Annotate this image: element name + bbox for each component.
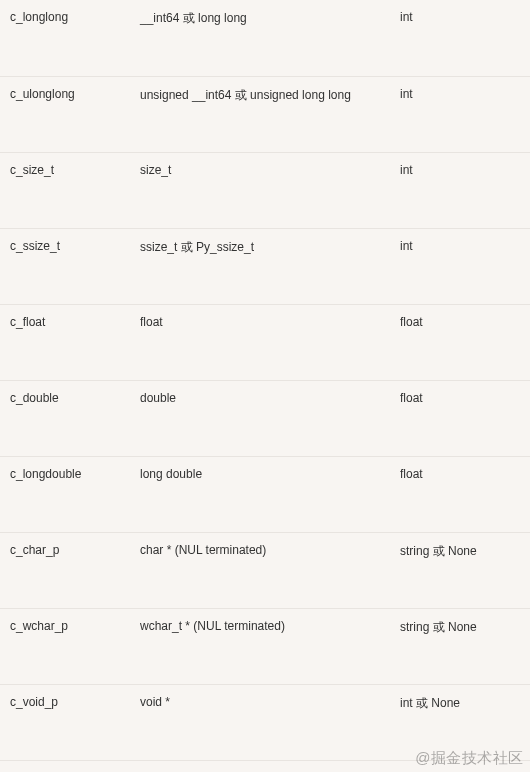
c-decl-cell: unsigned __int64 或 unsigned long long — [130, 77, 390, 114]
table-row: c_longlong __int64 或 long long int — [0, 0, 530, 76]
ctype-cell: c_void_p — [0, 685, 130, 719]
table-row: c_size_t size_t int — [0, 152, 530, 228]
ctype-cell: c_ssize_t — [0, 229, 130, 263]
ctype-cell: c_ulonglong — [0, 77, 130, 111]
ctypes-mapping-table: c_longlong __int64 或 long long int c_ulo… — [0, 0, 530, 761]
c-decl-cell: long double — [130, 457, 390, 491]
table-row: c_void_p void * int 或 None — [0, 684, 530, 760]
python-type-cell: string 或 None — [390, 533, 530, 570]
c-decl-cell: char * (NUL terminated) — [130, 533, 390, 567]
table-row: c_double double float — [0, 380, 530, 456]
python-type-cell: float — [390, 381, 530, 415]
table-row: c_ulonglong unsigned __int64 或 unsigned … — [0, 76, 530, 152]
table-row: c_float float float — [0, 304, 530, 380]
ctype-cell: c_longdouble — [0, 457, 130, 491]
c-decl-cell: void * — [130, 685, 390, 719]
table-row: c_ssize_t ssize_t 或 Py_ssize_t int — [0, 228, 530, 304]
python-type-cell: string 或 None — [390, 609, 530, 646]
python-type-cell: float — [390, 305, 530, 339]
python-type-cell: int — [390, 77, 530, 111]
c-decl-cell: size_t — [130, 153, 390, 187]
c-decl-cell: wchar_t * (NUL terminated) — [130, 609, 390, 643]
ctype-cell: c_float — [0, 305, 130, 339]
python-type-cell: int 或 None — [390, 685, 530, 722]
ctype-cell: c_size_t — [0, 153, 130, 187]
ctype-cell: c_double — [0, 381, 130, 415]
ctype-cell: c_wchar_p — [0, 609, 130, 643]
python-type-cell: int — [390, 229, 530, 263]
c-decl-cell: float — [130, 305, 390, 339]
python-type-cell: float — [390, 457, 530, 491]
python-type-cell: int — [390, 153, 530, 187]
ctype-cell: c_longlong — [0, 0, 130, 34]
ctype-cell: c_char_p — [0, 533, 130, 567]
c-decl-cell: ssize_t 或 Py_ssize_t — [130, 229, 390, 266]
table-body: c_longlong __int64 或 long long int c_ulo… — [0, 0, 530, 760]
python-type-cell: int — [390, 0, 530, 34]
table-row: c_char_p char * (NUL terminated) string … — [0, 532, 530, 608]
c-decl-cell: __int64 或 long long — [130, 0, 390, 37]
c-decl-cell: double — [130, 381, 390, 415]
table-row: c_longdouble long double float — [0, 456, 530, 532]
table-row: c_wchar_p wchar_t * (NUL terminated) str… — [0, 608, 530, 684]
